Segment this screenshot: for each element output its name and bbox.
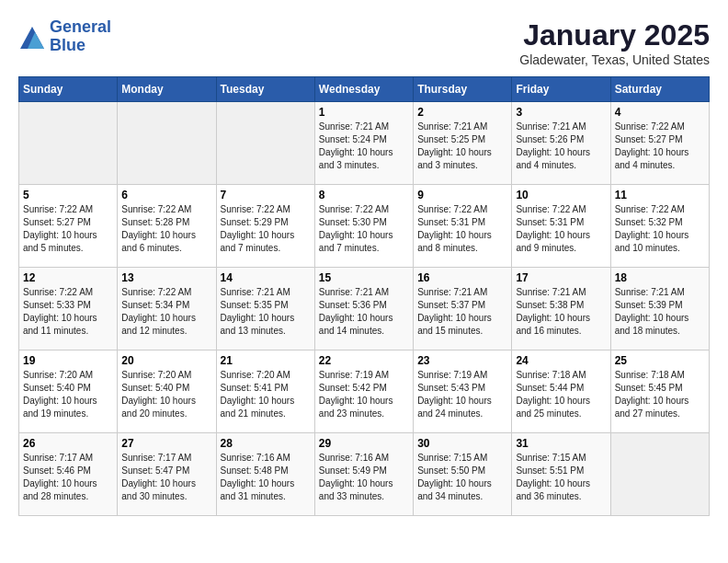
title-area: January 2025 Gladewater, Texas, United S… [519,18,710,67]
day-info: Sunrise: 7:17 AMSunset: 5:47 PMDaylight:… [121,452,211,503]
day-number: 3 [516,106,606,119]
calendar-cell: 21Sunrise: 7:20 AMSunset: 5:41 PMDayligh… [216,350,314,433]
day-info: Sunrise: 7:19 AMSunset: 5:42 PMDaylight:… [319,369,409,420]
day-number: 12 [23,271,113,284]
day-number: 5 [23,189,113,201]
logo-icon [18,25,46,52]
calendar-cell: 15Sunrise: 7:21 AMSunset: 5:36 PMDayligh… [314,268,413,350]
week-row-3: 12Sunrise: 7:22 AMSunset: 5:33 PMDayligh… [19,268,710,350]
calendar-cell: 3Sunrise: 7:21 AMSunset: 5:26 PMDaylight… [512,102,610,185]
header-friday: Friday [512,77,610,102]
day-info: Sunrise: 7:22 AMSunset: 5:27 PMDaylight:… [615,121,705,172]
day-info: Sunrise: 7:22 AMSunset: 5:29 PMDaylight:… [221,203,311,255]
day-number: 25 [615,354,705,367]
day-number: 4 [615,106,705,119]
calendar-subtitle: Gladewater, Texas, United States [519,52,710,67]
calendar-cell: 24Sunrise: 7:18 AMSunset: 5:44 PMDayligh… [512,350,610,433]
calendar-cell: 2Sunrise: 7:21 AMSunset: 5:25 PMDaylight… [414,102,512,185]
day-info: Sunrise: 7:21 AMSunset: 5:35 PMDaylight:… [221,286,311,338]
day-number: 24 [516,354,606,367]
day-info: Sunrise: 7:22 AMSunset: 5:31 PMDaylight:… [417,203,507,255]
day-number: 27 [121,437,211,450]
day-number: 21 [221,354,311,367]
day-number: 31 [516,437,606,450]
calendar-cell: 8Sunrise: 7:22 AMSunset: 5:30 PMDaylight… [314,185,413,268]
day-info: Sunrise: 7:15 AMSunset: 5:50 PMDaylight:… [417,452,507,503]
calendar-cell: 25Sunrise: 7:18 AMSunset: 5:45 PMDayligh… [610,350,709,433]
day-info: Sunrise: 7:21 AMSunset: 5:37 PMDaylight:… [417,286,507,338]
day-number: 19 [23,354,113,367]
day-info: Sunrise: 7:15 AMSunset: 5:51 PMDaylight:… [516,452,606,503]
day-number: 8 [319,189,409,201]
day-info: Sunrise: 7:20 AMSunset: 5:40 PMDaylight:… [121,369,211,420]
logo-text: General Blue [50,18,111,55]
day-number: 20 [121,354,211,367]
day-number: 2 [417,106,507,119]
day-number: 7 [221,189,311,201]
day-info: Sunrise: 7:22 AMSunset: 5:30 PMDaylight:… [319,203,409,255]
day-info: Sunrise: 7:20 AMSunset: 5:40 PMDaylight:… [23,369,113,420]
calendar-cell: 18Sunrise: 7:21 AMSunset: 5:39 PMDayligh… [610,268,709,350]
calendar-cell: 31Sunrise: 7:15 AMSunset: 5:51 PMDayligh… [512,433,610,516]
week-row-5: 26Sunrise: 7:17 AMSunset: 5:46 PMDayligh… [19,433,710,516]
calendar-cell [118,102,216,185]
day-info: Sunrise: 7:22 AMSunset: 5:28 PMDaylight:… [121,203,211,255]
header-thursday: Thursday [414,77,512,102]
day-number: 28 [221,437,311,450]
calendar-cell: 20Sunrise: 7:20 AMSunset: 5:40 PMDayligh… [118,350,216,433]
header-monday: Monday [118,77,216,102]
calendar-cell: 30Sunrise: 7:15 AMSunset: 5:50 PMDayligh… [414,433,512,516]
calendar-cell: 14Sunrise: 7:21 AMSunset: 5:35 PMDayligh… [216,268,314,350]
calendar-cell [216,102,314,185]
calendar-cell: 27Sunrise: 7:17 AMSunset: 5:47 PMDayligh… [118,433,216,516]
calendar-cell: 11Sunrise: 7:22 AMSunset: 5:32 PMDayligh… [610,185,709,268]
day-info: Sunrise: 7:21 AMSunset: 5:25 PMDaylight:… [417,121,507,172]
logo: General Blue [18,18,111,55]
week-row-2: 5Sunrise: 7:22 AMSunset: 5:27 PMDaylight… [19,185,710,268]
calendar-title: January 2025 [519,18,710,52]
calendar-cell: 10Sunrise: 7:22 AMSunset: 5:31 PMDayligh… [512,185,610,268]
day-number: 17 [516,271,606,284]
day-number: 29 [319,437,409,450]
day-info: Sunrise: 7:16 AMSunset: 5:49 PMDaylight:… [319,452,409,503]
day-info: Sunrise: 7:22 AMSunset: 5:33 PMDaylight:… [23,286,113,338]
calendar-body: 1Sunrise: 7:21 AMSunset: 5:24 PMDaylight… [19,102,710,516]
day-number: 30 [417,437,507,450]
header-tuesday: Tuesday [216,77,314,102]
page-header: General Blue January 2025 Gladewater, Te… [18,18,710,67]
day-number: 9 [417,189,507,201]
day-info: Sunrise: 7:22 AMSunset: 5:31 PMDaylight:… [516,203,606,255]
day-number: 1 [319,106,409,119]
calendar-cell: 29Sunrise: 7:16 AMSunset: 5:49 PMDayligh… [314,433,413,516]
day-number: 26 [23,437,113,450]
day-number: 13 [121,271,211,284]
calendar-cell: 26Sunrise: 7:17 AMSunset: 5:46 PMDayligh… [19,433,118,516]
day-number: 11 [615,189,705,201]
calendar-cell: 9Sunrise: 7:22 AMSunset: 5:31 PMDaylight… [414,185,512,268]
day-info: Sunrise: 7:21 AMSunset: 5:36 PMDaylight:… [319,286,409,338]
day-number: 16 [417,271,507,284]
calendar-cell: 28Sunrise: 7:16 AMSunset: 5:48 PMDayligh… [216,433,314,516]
day-info: Sunrise: 7:16 AMSunset: 5:48 PMDaylight:… [221,452,311,503]
calendar-cell: 19Sunrise: 7:20 AMSunset: 5:40 PMDayligh… [19,350,118,433]
day-number: 15 [319,271,409,284]
calendar-cell: 4Sunrise: 7:22 AMSunset: 5:27 PMDaylight… [610,102,709,185]
day-number: 10 [516,189,606,201]
header-sunday: Sunday [19,77,118,102]
calendar-cell: 16Sunrise: 7:21 AMSunset: 5:37 PMDayligh… [414,268,512,350]
day-info: Sunrise: 7:20 AMSunset: 5:41 PMDaylight:… [221,369,311,420]
calendar-cell: 1Sunrise: 7:21 AMSunset: 5:24 PMDaylight… [314,102,413,185]
week-row-1: 1Sunrise: 7:21 AMSunset: 5:24 PMDaylight… [19,102,710,185]
header-saturday: Saturday [610,77,709,102]
day-number: 18 [615,271,705,284]
calendar-cell: 7Sunrise: 7:22 AMSunset: 5:29 PMDaylight… [216,185,314,268]
day-info: Sunrise: 7:21 AMSunset: 5:24 PMDaylight:… [319,121,409,172]
calendar-cell: 6Sunrise: 7:22 AMSunset: 5:28 PMDaylight… [118,185,216,268]
calendar-cell: 13Sunrise: 7:22 AMSunset: 5:34 PMDayligh… [118,268,216,350]
day-number: 23 [417,354,507,367]
day-number: 6 [121,189,211,201]
calendar-cell: 5Sunrise: 7:22 AMSunset: 5:27 PMDaylight… [19,185,118,268]
day-info: Sunrise: 7:22 AMSunset: 5:32 PMDaylight:… [615,203,705,255]
day-info: Sunrise: 7:22 AMSunset: 5:34 PMDaylight:… [121,286,211,338]
day-info: Sunrise: 7:18 AMSunset: 5:45 PMDaylight:… [615,369,705,420]
